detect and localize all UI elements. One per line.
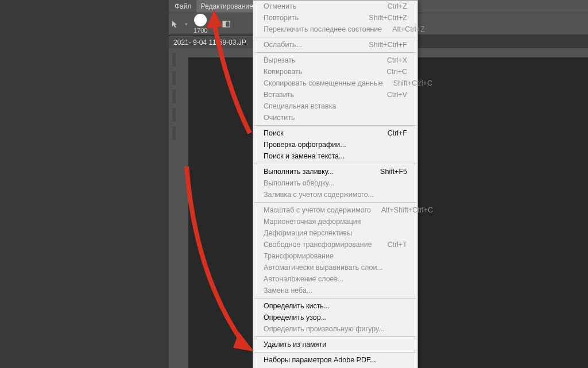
menu-separator bbox=[254, 164, 416, 164]
menu-separator bbox=[254, 125, 416, 126]
menu-item[interactable]: Поиск и замена текста... bbox=[253, 150, 417, 162]
ruler-vertical bbox=[179, 57, 188, 368]
menu-item: ВставитьCtrl+V bbox=[253, 89, 417, 100]
menu-item[interactable]: Наборы параметров Adobe PDF... bbox=[253, 354, 417, 366]
menu-item: ОтменитьCtrl+Z bbox=[253, 1, 417, 12]
menu-item-label: Замена неба... bbox=[264, 286, 312, 295]
menu-item-label: Масштаб с учетом содержимого bbox=[264, 206, 371, 215]
menu-item: Деформация перспективы bbox=[253, 227, 417, 239]
move-cursor-icon bbox=[171, 20, 179, 28]
menu-separator bbox=[254, 336, 416, 337]
menu-item-shortcut: Ctrl+F bbox=[388, 129, 407, 138]
menu-item-label: Специальная вставка bbox=[264, 102, 336, 111]
menu-item-label: Заливка с учетом содержимого... bbox=[264, 190, 374, 199]
menu-item-label: Марионеточная деформация bbox=[264, 217, 361, 226]
menu-file[interactable]: Файл bbox=[170, 0, 196, 13]
menu-item-shortcut: Ctrl+X bbox=[387, 56, 407, 65]
menu-item: Свободное трансформированиеCtrl+T bbox=[253, 239, 417, 250]
menu-item-label: Выполнить обводку... bbox=[264, 179, 334, 188]
chevron-icon: ▾ bbox=[185, 21, 188, 27]
menu-item: Замена неба... bbox=[253, 285, 417, 296]
menu-separator bbox=[254, 298, 416, 299]
document-tab[interactable]: 2021- 9-04 11-59-03.JP bbox=[169, 36, 255, 49]
menu-item-shortcut: Ctrl+Z bbox=[388, 2, 407, 11]
menu-item-label: Скопировать совмещенные данные bbox=[264, 79, 383, 88]
menu-item-shortcut: Ctrl+T bbox=[388, 240, 407, 249]
menu-item: Переключить последнее состояниеAlt+Ctrl+… bbox=[253, 24, 417, 35]
menu-item-label: Определить узор... bbox=[264, 313, 327, 322]
menu-item: Определить произвольную фигуру... bbox=[253, 323, 417, 335]
menu-item-label: Поиск и замена текста... bbox=[264, 152, 345, 161]
menu-item-label: Автоналожение слоев... bbox=[264, 274, 344, 284]
edit-menu-dropdown: ОтменитьCtrl+ZПовторитьShift+Ctrl+ZПерек… bbox=[253, 0, 418, 368]
menu-item: Масштаб с учетом содержимогоAlt+Shift+Ct… bbox=[253, 204, 417, 216]
menu-item-label: Проверка орфографии... bbox=[264, 140, 346, 149]
menu-item: Ослабить...Shift+Ctrl+F bbox=[253, 39, 417, 51]
menu-item-label: Свободное трансформирование bbox=[264, 240, 372, 249]
menu-item-label: Вставить bbox=[264, 90, 294, 99]
chevron-icon: ▾ bbox=[213, 21, 216, 27]
menu-item-shortcut: Shift+F5 bbox=[380, 167, 407, 176]
menu-item-label: Отменить bbox=[264, 2, 296, 11]
menu-item-label: Деформация перспективы bbox=[264, 228, 352, 238]
menu-item: Автоналожение слоев... bbox=[253, 273, 417, 285]
menu-item: ВырезатьCtrl+X bbox=[253, 55, 417, 66]
svg-rect-1 bbox=[223, 21, 226, 27]
menu-item: Скопировать совмещенные данныеShift+Ctrl… bbox=[253, 78, 417, 89]
menu-item-shortcut: Ctrl+C bbox=[386, 67, 407, 76]
menu-item-label: Определить произвольную фигуру... bbox=[264, 324, 384, 334]
menu-item-label: Поиск bbox=[264, 129, 284, 138]
menu-item-label: Определить кисть... bbox=[264, 301, 330, 311]
menu-item: Заливка с учетом содержимого... bbox=[253, 189, 417, 200]
menu-item-shortcut: Ctrl+V bbox=[387, 90, 407, 99]
menu-item-label: Копировать bbox=[264, 67, 302, 76]
menu-item: Выполнить обводку... bbox=[253, 177, 417, 189]
menu-item-shortcut: Alt+Ctrl+Z bbox=[392, 25, 424, 34]
menu-item: Специальная вставка bbox=[253, 100, 417, 112]
menu-item-label: Наборы параметров Adobe PDF... bbox=[264, 355, 376, 365]
menu-item[interactable]: Удалить из памяти bbox=[253, 339, 417, 350]
menu-item-label: Повторить bbox=[264, 13, 299, 22]
menu-item-label: Очистить bbox=[264, 113, 295, 122]
menu-item-label: Выполнить заливку... bbox=[264, 167, 334, 176]
menu-edit[interactable]: Редактирование bbox=[196, 0, 258, 13]
menu-item: Автоматически выравнивать слои... bbox=[253, 262, 417, 273]
menu-item-label: Переключить последнее состояние bbox=[264, 25, 382, 34]
menu-separator bbox=[254, 37, 416, 37]
menu-item-shortcut: Shift+Ctrl+F bbox=[369, 40, 407, 49]
menu-separator bbox=[254, 352, 416, 352]
menu-separator bbox=[254, 202, 416, 203]
menu-item[interactable]: Наборы bbox=[253, 366, 417, 368]
tool-palette[interactable] bbox=[169, 48, 179, 368]
brush-preview-icon[interactable] bbox=[194, 14, 207, 26]
menu-item: ПовторитьShift+Ctrl+Z bbox=[253, 12, 417, 24]
menu-item-shortcut: Alt+Shift+Ctrl+C bbox=[381, 206, 433, 215]
menu-item[interactable]: Проверка орфографии... bbox=[253, 139, 417, 150]
menu-item-label: Автоматически выравнивать слои... bbox=[264, 263, 383, 272]
menu-item[interactable]: Выполнить заливку...Shift+F5 bbox=[253, 166, 417, 177]
menu-item-label: Трансформирование bbox=[264, 251, 334, 261]
menu-item-label: Вырезать bbox=[264, 56, 296, 65]
menu-item-shortcut: Shift+Ctrl+Z bbox=[369, 13, 407, 22]
brush-size-value: 1700 bbox=[194, 27, 207, 34]
menu-item[interactable]: Определить кисть... bbox=[253, 300, 417, 312]
menu-item: Марионеточная деформация bbox=[253, 216, 417, 227]
menu-item[interactable]: ПоискCtrl+F bbox=[253, 127, 417, 139]
menu-separator bbox=[254, 52, 416, 53]
menu-item: Трансформирование bbox=[253, 250, 417, 262]
menu-item-label: Удалить из памяти bbox=[264, 340, 326, 349]
menu-item-label: Ослабить... bbox=[264, 40, 302, 49]
panel-icon[interactable] bbox=[222, 20, 231, 29]
menu-item-shortcut: Shift+Ctrl+C bbox=[393, 79, 432, 88]
menu-item: Очистить bbox=[253, 112, 417, 123]
menu-item: КопироватьCtrl+C bbox=[253, 66, 417, 78]
menu-item[interactable]: Определить узор... bbox=[253, 312, 417, 323]
